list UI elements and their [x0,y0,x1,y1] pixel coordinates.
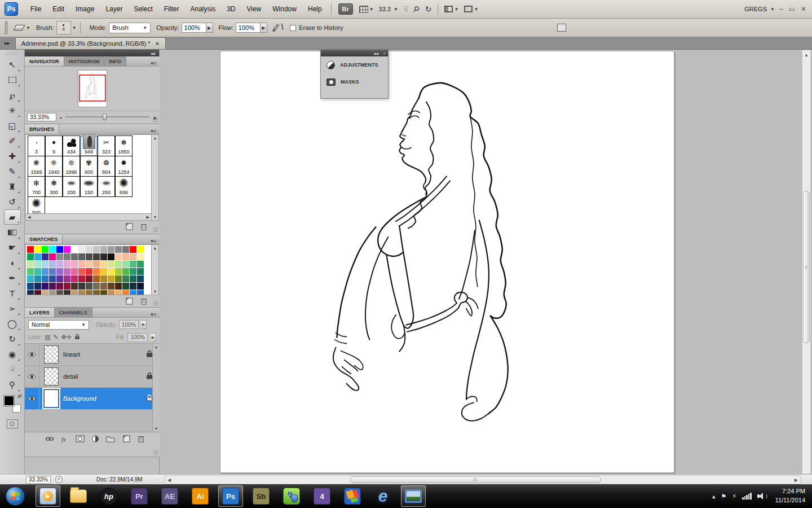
swatch-1-5[interactable] [64,253,70,260]
swatch-1-1[interactable] [34,253,41,260]
swatch-4-11[interactable] [108,275,114,282]
layer-name[interactable]: detail [63,373,146,380]
layer-fill-spinner[interactable]: ▶ [151,333,156,342]
delete-brush-icon[interactable] [139,223,148,230]
brush-preset-434[interactable]: 434 [63,135,80,156]
swatch-1-15[interactable] [137,253,144,260]
swatch-1-9[interactable] [93,253,100,260]
swatch-1-14[interactable] [130,253,136,260]
tools-grip[interactable] [7,52,18,55]
collapse-dock-icon[interactable]: ◀◀ [151,51,155,55]
swatch-5-0[interactable] [27,283,34,290]
swatch-6-1[interactable] [34,290,41,296]
taskbar-app4[interactable]: 4 [310,485,334,507]
blend-mode-select[interactable]: Normal▼ [28,320,89,330]
swatch-1-7[interactable] [78,253,85,260]
network-icon[interactable] [742,493,752,500]
panel-menu-icon[interactable]: ▾≡ [151,238,160,244]
swatch-3-2[interactable] [42,268,48,275]
swatch-0-10[interactable] [100,246,107,253]
brush-preset-323[interactable]: ✂323 [98,135,115,156]
crop-tool[interactable]: ◱ [4,118,21,133]
swatch-5-11[interactable] [108,283,114,290]
close-document-icon[interactable]: ✕ [155,41,160,47]
swatch-5-5[interactable] [64,283,70,290]
brush-preset-1940[interactable]: ❈1940 [45,156,63,177]
swatch-2-9[interactable] [93,261,100,268]
expand-panel-icon[interactable]: ▶▶ [374,51,379,55]
swatch-2-5[interactable] [64,261,70,268]
flow-spinner[interactable]: ▶ [261,23,267,33]
lasso-tool[interactable]: ℘ [4,87,21,103]
toggle-brushes-panel-button[interactable] [557,24,566,32]
swatch-4-8[interactable] [86,275,92,282]
lock-transparency-icon[interactable]: ▨ [45,334,50,341]
delete-swatch-icon[interactable] [139,297,148,305]
brush-preset-250[interactable]: 250 [98,176,115,197]
swatches-scrollbar[interactable]: ▲▼ [151,245,158,295]
swatch-0-0[interactable] [27,246,34,253]
panel-menu-icon[interactable]: ▾≡ [151,60,160,66]
swatch-0-11[interactable] [108,246,114,253]
brush-preset-1896[interactable]: ❊1896 [63,156,80,177]
opacity-input[interactable]: 100% [182,23,206,33]
brush-preset-1850[interactable]: ❅1850 [115,135,133,156]
swatch-4-0[interactable] [27,275,34,282]
tab-layers[interactable]: LAYERS [25,308,55,317]
swatch-1-0[interactable] [27,253,34,260]
minimize-button[interactable]: – [779,5,783,13]
document-canvas[interactable] [220,51,674,473]
brush-preset-150[interactable]: 150 [80,176,98,197]
swatch-6-13[interactable] [122,290,129,296]
canvas-vertical-scrollbar[interactable]: ▲ [802,50,811,474]
swatch-3-9[interactable] [93,268,100,275]
brush-preset-700[interactable]: ✻700 [28,176,45,197]
lock-paint-icon[interactable]: ✎ [53,334,58,341]
swatch-3-6[interactable] [71,268,78,275]
menu-file[interactable]: File [25,0,47,19]
collapse-tools-button[interactable]: ▶▶ [5,41,10,46]
taskbar-media-player[interactable]: ▶ [36,485,60,507]
swatch-4-6[interactable] [71,275,78,282]
layer-mask-icon[interactable] [76,435,85,443]
new-layer-icon[interactable] [121,435,130,443]
tool-preset-picker[interactable]: ▼ [11,25,30,30]
swatch-2-0[interactable] [27,261,34,268]
brush-preset-1254[interactable]: ✹1254 [115,156,133,177]
menu-view[interactable]: View [241,0,267,19]
swatch-4-13[interactable] [122,275,129,282]
action-center-flag-icon[interactable]: ⚑ [721,493,726,500]
taskbar-clock[interactable]: 7:24 PM 11/11/2014 [771,487,805,505]
lock-position-icon[interactable]: ✥​✛ [61,334,72,341]
panel-menu-icon[interactable]: ▾≡ [151,312,160,317]
float-panel-header[interactable]: ▶▶✕ [321,50,388,56]
mode-select[interactable]: Brush▼ [109,23,151,33]
smudge-tool[interactable]: ☛ [4,240,21,255]
navigator-zoom-slider[interactable] [65,116,149,118]
taskbar-photo-viewer[interactable] [401,485,426,507]
pen-tool[interactable]: ✒ [4,270,21,286]
dodge-tool[interactable]: ◖ [4,255,21,270]
menu-select[interactable]: Select [128,0,158,19]
swatch-2-7[interactable] [78,261,85,268]
canvas-horizontal-scrollbar[interactable]: ◀ ▶ [165,475,801,484]
history-brush-tool[interactable]: ↺ [4,194,21,209]
options-grip[interactable] [5,21,8,34]
layer-fill-input[interactable]: 100% [127,333,148,342]
swatch-4-5[interactable] [64,275,70,282]
layer-visibility-toggle[interactable] [25,388,39,409]
swatch-0-3[interactable] [49,246,56,253]
swatch-1-6[interactable] [71,253,78,260]
navigator-view-box[interactable] [79,75,106,102]
swatch-2-2[interactable] [42,261,48,268]
marquee-tool[interactable] [4,72,21,87]
layer-row-lineart[interactable]: lineart [25,344,160,366]
menu-analysis[interactable]: Analysis [184,0,221,19]
menu-window[interactable]: Window [267,0,302,19]
swatch-2-1[interactable] [34,261,41,268]
swatch-3-5[interactable] [64,268,70,275]
swatch-5-9[interactable] [93,283,100,290]
link-layers-icon[interactable] [45,435,54,443]
move-tool[interactable]: ↖ [4,57,21,72]
clone-stamp-tool[interactable]: ♜ [4,179,21,194]
